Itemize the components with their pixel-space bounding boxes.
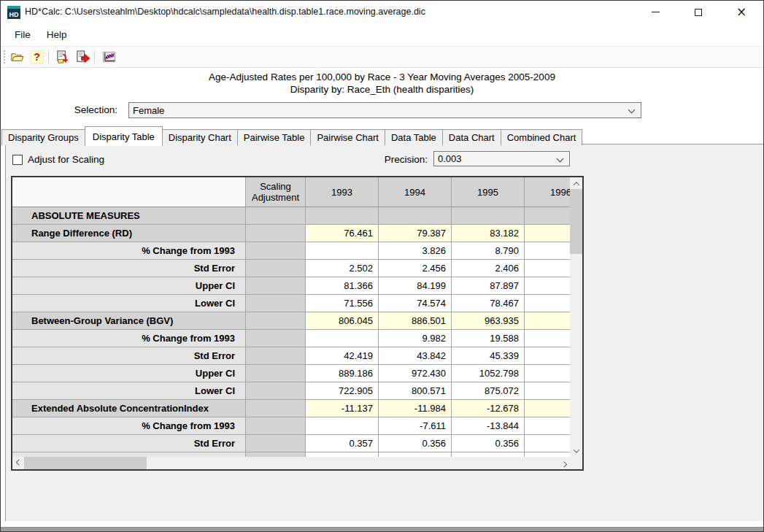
selection-label: Selection: [1,104,117,115]
precision-dropdown[interactable]: 0.003 [433,151,570,166]
tab-pairwise-chart[interactable]: Pairwise Chart [310,129,385,145]
table-row: Extended Absolute ConcentrationIndex-11.… [12,400,570,417]
tab-disparity-groups[interactable]: Disparity Groups [1,129,85,145]
table-row: Std Error42.41943.84245.33946 [12,347,570,365]
scaling-adjustment-cell [246,260,306,277]
table-row: Upper CI81.36684.19987.89789 [12,277,570,295]
scaling-adjustment-cell [246,417,306,435]
tab-pairwise-table[interactable]: Pairwise Table [237,129,312,145]
column-header: Scaling Adjustment [246,177,306,207]
value-cell: 2.456 [379,260,452,277]
close-button[interactable]: × [725,1,758,23]
export-report-button[interactable] [54,48,72,66]
window-title: HD*Calc: C:\Users\steahlm\Desktop\hdcalc… [25,1,425,23]
scroll-left-arrow[interactable] [12,457,25,469]
value-cell: -21 [525,417,570,435]
horizontal-scrollbar[interactable] [12,457,570,469]
value-cell: 87.897 [452,277,525,295]
chevron-down-icon [628,107,636,114]
table-row: Range Difference (RD)76.46179.38783.1828… [12,225,570,242]
value-cell: 0.357 [306,435,379,452]
vertical-scrollbar[interactable] [570,177,582,457]
window-bottom-edge[interactable] [1,527,763,531]
row-label-cell: Std Error [12,260,246,277]
table-row: % Change from 1993-7.611-13.844-21 [12,417,570,435]
scaling-adjustment-cell [246,382,306,400]
table-row: Std Error2.5022.4562.4062 [12,260,570,277]
table-row: Std Error0.3570.3560.3560 [12,435,570,452]
row-label-cell: % Change from 1993 [12,330,246,347]
value-cell [306,207,379,225]
tab-combined-chart[interactable]: Combined Chart [501,129,583,145]
scrollbar-corner [570,457,582,469]
column-header: 1993 [306,177,379,207]
maximize-button[interactable] [682,1,715,23]
value-cell: -13.844 [452,417,525,435]
menu-help[interactable]: Help [39,26,75,44]
scaling-adjustment-cell [246,365,306,382]
value-cell: 806.045 [306,312,379,330]
scaling-adjustment-cell [246,330,306,347]
chevron-right-icon [560,461,566,467]
chevron-down-icon [557,155,564,163]
vertical-scrollbar-thumb[interactable] [570,189,582,254]
export-data-icon [76,50,90,64]
row-label-cell: Std Error [12,435,246,452]
toolbar-separator [94,50,95,63]
value-cell: 84.199 [379,277,452,295]
value-cell: 800.571 [379,382,452,400]
tab-data-chart[interactable]: Data Chart [442,129,501,145]
tab-disparity-chart[interactable]: Disparity Chart [162,129,238,145]
scaling-adjustment-cell [246,225,306,242]
value-cell [306,242,379,260]
table-row: ABSOLUTE MEASURES [12,207,570,225]
help-icon: ? [30,50,44,64]
menu-file[interactable]: File [7,26,39,44]
table-row: Lower CI71.55674.57478.46779 [12,295,570,312]
row-label-cell: % Change from 1993 [12,417,246,435]
value-cell: -13 [525,400,570,417]
value-cell: 919 [525,382,570,400]
column-header: 1994 [379,177,452,207]
value-cell: 43.842 [379,347,452,365]
value-cell: 1011 [525,312,570,330]
horizontal-scrollbar-thumb[interactable] [24,457,147,469]
value-cell: 3.826 [379,242,452,260]
value-cell [452,207,525,225]
row-label-cell: Lower CI [12,295,246,312]
adjust-for-scaling-label: Adjust for Scaling [28,154,104,165]
minimize-button[interactable] [638,1,672,23]
scroll-right-arrow[interactable] [557,457,570,469]
toolbar: ? [1,46,763,68]
scaling-adjustment-cell [246,400,306,417]
row-label-cell: ABSOLUTE MEASURES [12,207,246,225]
export-data-button[interactable] [74,48,91,66]
row-label-cell: Between-Group Variance (BGV) [12,312,246,330]
scroll-up-arrow[interactable] [570,177,582,190]
value-cell: 963.935 [452,312,525,330]
value-cell: 2.406 [452,260,525,277]
precision-value: 0.003 [438,153,462,164]
toolbar-grip[interactable] [3,50,6,64]
export-report-icon [56,50,70,64]
scroll-down-arrow[interactable] [570,444,582,457]
chart-icon [102,50,116,64]
row-label-cell: Upper CI [12,277,246,295]
value-cell: 45.339 [452,347,525,365]
report-title-line2: Disparity by: Race_Eth (health dispariti… [1,84,763,95]
chart-button[interactable] [100,48,117,66]
value-cell: 2.502 [306,260,379,277]
minimize-icon [652,12,660,12]
close-icon: × [736,6,746,18]
table-row: Upper CI889.186972.4301052.7981103 [12,365,570,382]
scaling-adjustment-cell [246,312,306,330]
value-cell: 84 [525,225,570,242]
column-header: 1995 [452,177,525,207]
open-file-button[interactable] [8,48,26,66]
adjust-for-scaling-checkbox[interactable] [12,155,23,165]
help-button[interactable]: ? [28,48,45,66]
tab-disparity-table[interactable]: Disparity Table [85,126,163,146]
tab-strip: Disparity GroupsDisparity TableDisparity… [2,126,582,145]
tab-data-table[interactable]: Data Table [385,129,443,145]
selection-dropdown[interactable]: Female [128,102,641,118]
